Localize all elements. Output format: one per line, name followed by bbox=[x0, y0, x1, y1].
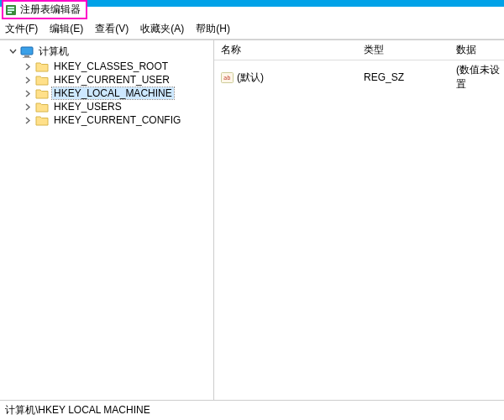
value-name: (默认) bbox=[237, 71, 264, 85]
values-rows: ab(默认)REG_SZ(数值未设置 bbox=[214, 60, 504, 400]
svg-text:ab: ab bbox=[223, 75, 230, 81]
regedit-icon bbox=[5, 4, 17, 16]
values-panel: 名称 类型 数据 ab(默认)REG_SZ(数值未设置 bbox=[214, 40, 504, 400]
column-headers[interactable]: 名称 类型 数据 bbox=[214, 40, 504, 60]
tree-item-label: HKEY_LOCAL_MACHINE bbox=[52, 87, 174, 99]
value-type: REG_SZ bbox=[364, 71, 456, 83]
window-title: 注册表编辑器 bbox=[20, 3, 81, 17]
svg-rect-2 bbox=[8, 9, 14, 11]
svg-rect-1 bbox=[8, 7, 14, 8]
status-path: 计算机\HKEY LOCAL MACHINE bbox=[5, 404, 150, 416]
tree-panel[interactable]: 计算机 HKEY_CLASSES_ROOTHKEY_CURRENT_USERHK… bbox=[0, 40, 214, 400]
folder-icon bbox=[35, 61, 49, 72]
window-title-box: 注册表编辑器 bbox=[2, 0, 87, 19]
tree-item-hkey_classes_root[interactable]: HKEY_CLASSES_ROOT bbox=[12, 60, 212, 73]
tree-item-hkey_local_machine[interactable]: HKEY_LOCAL_MACHINE bbox=[12, 87, 212, 100]
tree-item-label: HKEY_CURRENT_USER bbox=[52, 74, 171, 86]
column-data[interactable]: 数据 bbox=[456, 43, 504, 57]
content-area: 计算机 HKEY_CLASSES_ROOTHKEY_CURRENT_USERHK… bbox=[0, 39, 504, 400]
string-value-icon: ab bbox=[221, 72, 234, 83]
folder-icon bbox=[35, 75, 49, 86]
tree-item-hkey_users[interactable]: HKEY_USERS bbox=[12, 100, 212, 113]
svg-rect-5 bbox=[24, 55, 29, 57]
value-data: (数值未设置 bbox=[456, 63, 504, 92]
tree-item-hkey_current_config[interactable]: HKEY_CURRENT_CONFIG bbox=[12, 113, 212, 127]
tree-item-hkey_current_user[interactable]: HKEY_CURRENT_USER bbox=[12, 73, 212, 87]
tree-item-label: HKEY_USERS bbox=[52, 101, 123, 113]
tree-root-label: 计算机 bbox=[37, 45, 71, 59]
menu-edit[interactable]: 编辑(E) bbox=[50, 22, 83, 36]
chevron-down-icon[interactable] bbox=[8, 48, 17, 56]
menu-bar: 文件(F) 编辑(E) 查看(V) 收藏夹(A) 帮助(H) bbox=[0, 18, 504, 39]
column-type[interactable]: 类型 bbox=[364, 43, 456, 57]
chevron-right-icon[interactable] bbox=[24, 116, 32, 124]
chevron-right-icon[interactable] bbox=[24, 102, 32, 111]
svg-rect-3 bbox=[8, 12, 12, 13]
folder-icon bbox=[35, 88, 49, 99]
menu-view[interactable]: 查看(V) bbox=[95, 22, 129, 36]
tree-item-label: HKEY_CURRENT_CONFIG bbox=[52, 114, 182, 126]
tree-root-computer[interactable]: 计算机 bbox=[2, 44, 212, 60]
menu-help[interactable]: 帮助(H) bbox=[196, 22, 230, 36]
chevron-right-icon[interactable] bbox=[24, 89, 32, 97]
svg-rect-4 bbox=[21, 47, 33, 55]
value-row[interactable]: ab(默认)REG_SZ(数值未设置 bbox=[221, 62, 504, 92]
tree-item-label: HKEY_CLASSES_ROOT bbox=[52, 60, 170, 72]
column-name[interactable]: 名称 bbox=[221, 43, 364, 57]
menu-favorites[interactable]: 收藏夹(A) bbox=[140, 22, 184, 36]
menu-file[interactable]: 文件(F) bbox=[5, 22, 38, 36]
status-bar: 计算机\HKEY LOCAL MACHINE bbox=[0, 400, 504, 420]
chevron-right-icon[interactable] bbox=[24, 76, 32, 84]
chevron-right-icon[interactable] bbox=[24, 62, 32, 71]
folder-icon bbox=[35, 115, 49, 126]
folder-icon bbox=[35, 102, 49, 113]
computer-icon bbox=[20, 46, 34, 58]
svg-rect-6 bbox=[23, 57, 31, 58]
tree-children: HKEY_CLASSES_ROOTHKEY_CURRENT_USERHKEY_L… bbox=[2, 60, 212, 127]
